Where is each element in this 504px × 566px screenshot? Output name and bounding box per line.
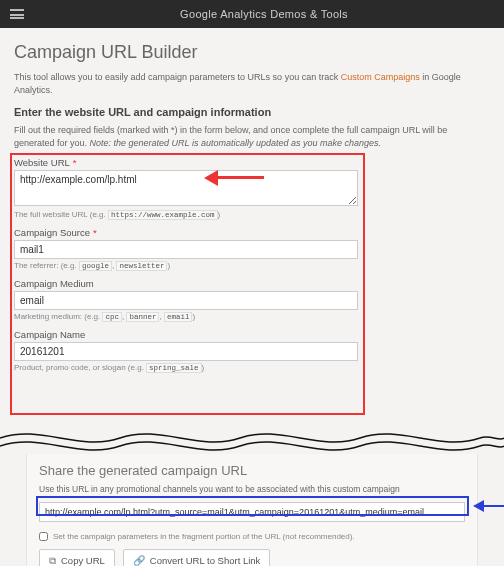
section-note-em: Note: the generated URL is automatically… bbox=[90, 138, 382, 148]
campaign-source-label-text: Campaign Source bbox=[14, 227, 90, 238]
required-star: * bbox=[73, 157, 77, 168]
page-title: Campaign URL Builder bbox=[14, 42, 490, 63]
convert-url-button[interactable]: 🔗 Convert URL to Short Link bbox=[123, 549, 271, 566]
campaign-source-input[interactable] bbox=[14, 240, 358, 259]
required-star: * bbox=[93, 227, 97, 238]
campaign-source-hint-code1: google bbox=[79, 261, 112, 271]
topbar-title: Google Analytics Demos & Tools bbox=[34, 8, 494, 20]
section-heading: Enter the website URL and campaign infor… bbox=[14, 106, 490, 118]
campaign-medium-hint: Marketing medium: (e.g. cpc, banner, ema… bbox=[14, 312, 360, 323]
campaign-medium-hint-prefix: Marketing medium: (e.g. bbox=[14, 312, 102, 321]
field-campaign-source: Campaign Source* The referrer: (e.g. goo… bbox=[14, 227, 360, 272]
custom-campaigns-link[interactable]: Custom Campaigns bbox=[341, 72, 420, 82]
link-icon: 🔗 bbox=[133, 556, 145, 566]
copy-url-button[interactable]: ⧉ Copy URL bbox=[39, 549, 115, 566]
campaign-medium-hint-c3: email bbox=[164, 312, 193, 322]
website-url-hint: The full website URL (e.g. https://www.e… bbox=[14, 210, 360, 221]
share-panel: Share the generated campaign URL Use thi… bbox=[26, 452, 478, 566]
website-url-hint-prefix: The full website URL (e.g. bbox=[14, 210, 108, 219]
content-break-wave bbox=[0, 420, 504, 454]
annotation-blue-arrow bbox=[473, 501, 504, 513]
campaign-source-hint-code2: newsletter bbox=[116, 261, 167, 271]
campaign-medium-hint-c1: cpc bbox=[102, 312, 122, 322]
copy-icon: ⧉ bbox=[49, 556, 56, 566]
campaign-source-hint-suffix: ) bbox=[167, 261, 170, 270]
campaign-name-hint-suffix: ) bbox=[202, 363, 205, 372]
campaign-medium-label: Campaign Medium bbox=[14, 278, 360, 289]
fragment-label: Set the campaign parameters in the fragm… bbox=[53, 532, 355, 541]
page-body: Campaign URL Builder This tool allows yo… bbox=[0, 28, 504, 373]
campaign-medium-hint-c2: banner bbox=[126, 312, 159, 322]
website-url-hint-code: https://www.example.com bbox=[108, 210, 218, 220]
campaign-name-label: Campaign Name bbox=[14, 329, 360, 340]
fragment-option-row: Set the campaign parameters in the fragm… bbox=[39, 532, 465, 541]
convert-url-label: Convert URL to Short Link bbox=[150, 555, 261, 566]
intro-text: This tool allows you to easily add campa… bbox=[14, 71, 490, 96]
topbar: Google Analytics Demos & Tools bbox=[0, 0, 504, 28]
campaign-name-input[interactable] bbox=[14, 342, 358, 361]
campaign-name-hint-code: spring_sale bbox=[146, 363, 202, 373]
fragment-checkbox[interactable] bbox=[39, 532, 48, 541]
campaign-source-hint-prefix: The referrer: (e.g. bbox=[14, 261, 79, 270]
campaign-source-label: Campaign Source* bbox=[14, 227, 360, 238]
website-url-input[interactable]: http://example.com/lp.html bbox=[14, 170, 358, 206]
copy-url-label: Copy URL bbox=[61, 555, 105, 566]
menu-icon[interactable] bbox=[10, 9, 24, 19]
annotation-red-arrow bbox=[204, 171, 264, 185]
campaign-source-hint: The referrer: (e.g. google, newsletter) bbox=[14, 261, 360, 272]
website-url-label-text: Website URL bbox=[14, 157, 70, 168]
share-note: Use this URL in any promotional channels… bbox=[39, 484, 465, 494]
campaign-name-hint: Product, promo code, or slogan (e.g. spr… bbox=[14, 363, 360, 374]
website-url-label: Website URL* bbox=[14, 157, 360, 168]
share-title: Share the generated campaign URL bbox=[39, 463, 465, 478]
section-note: Fill out the required fields (marked wit… bbox=[14, 124, 490, 149]
generated-url-output[interactable] bbox=[39, 502, 465, 522]
share-buttons: ⧉ Copy URL 🔗 Convert URL to Short Link bbox=[39, 549, 465, 566]
field-website-url: Website URL* http://example.com/lp.html … bbox=[14, 157, 360, 221]
intro-prefix: This tool allows you to easily add campa… bbox=[14, 72, 341, 82]
form-area: Website URL* http://example.com/lp.html … bbox=[14, 157, 360, 373]
field-campaign-medium: Campaign Medium Marketing medium: (e.g. … bbox=[14, 278, 360, 323]
campaign-medium-hint-suffix: ) bbox=[192, 312, 195, 321]
campaign-name-hint-prefix: Product, promo code, or slogan (e.g. bbox=[14, 363, 146, 372]
website-url-hint-suffix: ) bbox=[218, 210, 221, 219]
campaign-medium-input[interactable] bbox=[14, 291, 358, 310]
field-campaign-name: Campaign Name Product, promo code, or sl… bbox=[14, 329, 360, 374]
